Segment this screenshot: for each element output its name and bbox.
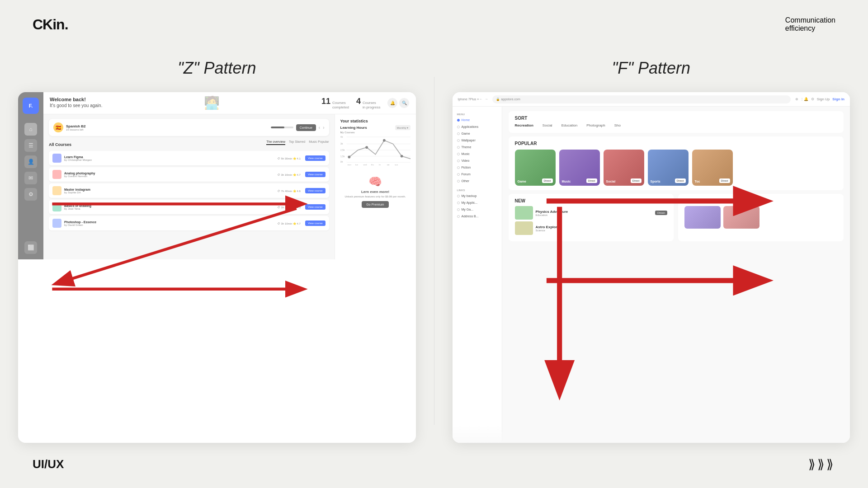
f-sidebar-applications[interactable]: Applications: [453, 123, 502, 130]
f-browser-bar: Iphone 7Plus × ← → 🔒 appstore.com ⊕ ⋮ 🔔: [453, 92, 850, 107]
z-view-btn-3[interactable]: View course: [305, 188, 326, 193]
z-tab-music[interactable]: Music Popular: [309, 140, 329, 145]
f-sidebar-home[interactable]: Home: [453, 117, 502, 123]
f-dot-music: [457, 153, 460, 155]
f-pattern-mockup: Iphone 7Plus × ← → 🔒 appstore.com ⊕ ⋮ 🔔: [453, 92, 850, 443]
svg-point-19: [400, 155, 403, 158]
f-card-game[interactable]: Game Direct: [515, 150, 556, 186]
f-sidebar-video[interactable]: Video: [453, 157, 502, 164]
z-nav-user[interactable]: 👤: [24, 155, 37, 168]
z-learning-hours: Learning Hours: [340, 126, 367, 130]
logo: CKin.: [33, 16, 68, 33]
f-sidebar-backup[interactable]: My backup: [453, 192, 502, 199]
z-stats-title: Your statistics: [340, 119, 410, 123]
f-sidebar-myapps[interactable]: My Applic...: [453, 199, 502, 206]
z-courses-col: 🇪🇸 Spanish B2 15 lessons left: [43, 114, 335, 259]
z-course-1: Learn Figma by Christopher Morgan ⏱ 5h 3…: [49, 151, 329, 165]
f-signin-link[interactable]: Sign In: [832, 97, 844, 101]
f-card-toc[interactable]: Toc Direct: [692, 150, 733, 186]
f-auth-actions: 🔔 ⚙ Sign Up Sign In: [804, 97, 844, 101]
z-current-course: 🇪🇸 Spanish B2 15 lessons left: [49, 119, 329, 136]
f-sidebar-forum[interactable]: Forum: [453, 171, 502, 178]
f-dot-wallpaper: [457, 139, 460, 142]
f-sidebar-mygames[interactable]: My Ga...: [453, 206, 502, 213]
f-tab-education[interactable]: Education: [561, 123, 578, 128]
z-stat-completed: 11 Coursescompleted: [321, 97, 349, 109]
z-course-tabs: The overview Top Starred Music Popular: [266, 140, 329, 145]
z-view-btn-5[interactable]: View course: [305, 221, 326, 226]
f-card-sports[interactable]: Sports Direct: [648, 150, 689, 186]
f-popular-title: POPULAR: [515, 141, 838, 146]
z-notification-btn[interactable]: 🔔: [387, 98, 397, 108]
z-pattern-mockup: F. ⌂ ☰ 👤 ✉ ⚙ ⬜ Welcome back! It's good t…: [18, 92, 416, 443]
f-tab-photograph[interactable]: Photograph: [586, 123, 605, 128]
f-sidebar-wallpaper[interactable]: Wallpaper: [453, 137, 502, 144]
z-chart-svg: 4h 3h 2,5h 1,5h 0h: [340, 134, 410, 166]
z-nav-mail[interactable]: ✉: [24, 172, 37, 184]
f-sidebar-other[interactable]: Other: [453, 178, 502, 184]
z-nav-settings[interactable]: ⚙: [24, 188, 37, 201]
f-dot-other: [457, 180, 460, 183]
f-dot-home: [457, 119, 460, 122]
f-card-music[interactable]: Music Direct: [559, 150, 600, 186]
svg-text:2,5h: 2,5h: [340, 149, 345, 151]
z-view-btn-2[interactable]: View course: [305, 172, 326, 177]
f-dot-address: [457, 215, 460, 218]
z-sidebar: F. ⌂ ☰ 👤 ✉ ⚙ ⬜: [18, 92, 43, 259]
f-sidebar-address[interactable]: Address B...: [453, 213, 502, 220]
f-new-title: NEW: [515, 198, 668, 203]
header-subtitle: Communication efficiency: [785, 16, 835, 33]
f-pattern-panel: "F" Pattern: [434, 59, 868, 443]
f-new-section: NEW Physics Adventure Education Obtain: [509, 194, 674, 241]
z-filter-btn[interactable]: Monthly ▾: [395, 125, 410, 130]
svg-text:fri: fri: [379, 164, 381, 166]
z-view-btn-1[interactable]: View course: [305, 155, 326, 161]
z-search-btn[interactable]: 🔍: [399, 98, 409, 108]
f-obtain-btn[interactable]: Obtain: [655, 211, 668, 215]
z-tab-starred[interactable]: Top Starred: [289, 140, 305, 145]
svg-text:thu: thu: [371, 164, 374, 166]
z-two-col: 🇪🇸 Spanish B2 15 lessons left: [43, 114, 416, 259]
f-new-item-2: Astro Explorer Science: [515, 221, 668, 235]
z-premium-box: 🧠 Lern even more! Unlock premium feature…: [340, 170, 410, 211]
f-card-social[interactable]: Social Direct: [604, 150, 644, 186]
f-sidebar-fiction[interactable]: Fiction: [453, 164, 502, 171]
f-dot-myapps: [457, 202, 460, 204]
f-tab-social[interactable]: Social: [542, 123, 552, 128]
z-nav-courses[interactable]: ☰: [24, 139, 37, 152]
f-sidebar-theme[interactable]: Theme: [453, 144, 502, 150]
f-sidebar: MENU Home Applications Game: [453, 107, 502, 443]
f-sort-title: SORT: [515, 116, 838, 121]
f-sidebar-game[interactable]: Game: [453, 130, 502, 137]
f-pattern-title: "F" Pattern: [612, 59, 690, 78]
f-links-label: LINKS: [453, 187, 502, 192]
f-signup-link[interactable]: Sign Up: [817, 97, 830, 101]
z-continue-btn[interactable]: Continue: [296, 124, 316, 131]
footer-arrows: ⟫⟫⟫: [808, 457, 835, 472]
svg-text:1,5h: 1,5h: [340, 155, 345, 158]
z-tab-overview[interactable]: The overview: [266, 140, 285, 145]
svg-text:4h: 4h: [340, 136, 343, 138]
z-nav-export[interactable]: ⬜: [24, 241, 37, 254]
svg-point-18: [382, 139, 385, 142]
z-nav-home[interactable]: ⌂: [24, 123, 37, 136]
svg-text:tue: tue: [355, 164, 358, 166]
f-sidebar-music[interactable]: Music: [453, 150, 502, 157]
f-badge-sports: Direct: [675, 178, 686, 183]
f-tab-sho[interactable]: Sho: [614, 123, 621, 128]
f-main-area: SORT Recreation Social Education Photogr…: [502, 107, 850, 443]
z-view-btn-4[interactable]: View course: [305, 204, 326, 210]
z-sidebar-logo: F.: [23, 98, 39, 114]
f-topic-title: TOPIC: [684, 198, 837, 203]
f-tab-recreation[interactable]: Recreation: [515, 123, 533, 128]
f-device-label: Iphone 7Plus ×: [458, 98, 479, 101]
z-premium-btn[interactable]: Go Premium: [362, 201, 388, 208]
z-course-2: Analog photography by Gordon Norman ⏱ 3h…: [49, 167, 329, 182]
f-url-bar[interactable]: 🔒 appstore.com: [492, 95, 790, 103]
f-bottom-row: NEW Physics Adventure Education Obtain: [509, 194, 844, 241]
footer-label: UI/UX: [33, 457, 64, 471]
z-pattern-panel: "Z" Pattern: [0, 59, 434, 443]
z-stats-col: Your statistics Learning Hours Monthly ▾…: [335, 114, 416, 259]
f-dot-applications: [457, 126, 460, 128]
f-dot-theme: [457, 146, 460, 149]
